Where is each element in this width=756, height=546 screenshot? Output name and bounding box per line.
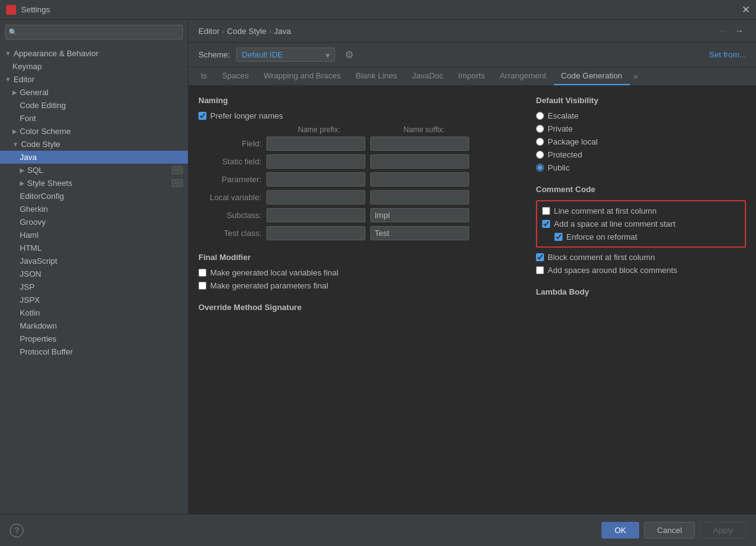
apply-button[interactable]: Apply: [700, 522, 746, 539]
sidebar-item-javascript[interactable]: JavaScript: [0, 254, 188, 267]
static-field-prefix-input[interactable]: [266, 154, 365, 169]
breadcrumb-sep2: ›: [269, 27, 271, 36]
sidebar-item-font[interactable]: Font: [0, 112, 188, 125]
naming-title: Naming: [198, 96, 516, 105]
sidebar-item-groovy[interactable]: Groovy: [0, 216, 188, 229]
enforce-on-reformat-checkbox[interactable]: [554, 233, 563, 241]
tabs-more-button[interactable]: »: [630, 69, 642, 83]
sidebar-item-sql[interactable]: ▶ SQL ⋯: [0, 164, 188, 177]
static-field-suffix-input[interactable]: [370, 154, 469, 169]
subclass-prefix-input[interactable]: [266, 208, 365, 222]
make-params-final-label: Make generated parameters final: [210, 281, 328, 290]
sidebar-item-json[interactable]: JSON: [0, 267, 188, 280]
sidebar-item-label: Font: [20, 114, 36, 123]
tab-blank-lines[interactable]: Blank Lines: [348, 67, 404, 85]
sidebar-item-label: Kotlin: [20, 308, 40, 317]
sql-options-button[interactable]: ⋯: [172, 166, 183, 174]
sidebar-item-jspx[interactable]: JSPX: [0, 293, 188, 306]
sidebar-item-editor[interactable]: ▼ Editor: [0, 73, 188, 86]
block-comment-first-col-checkbox[interactable]: [536, 253, 544, 261]
tab-spaces[interactable]: Spaces: [214, 67, 256, 85]
tab-ts[interactable]: ts: [193, 67, 214, 85]
package-local-label: Package local: [548, 137, 598, 146]
panel: Naming Prefer longer names Name prefix: …: [189, 86, 756, 514]
field-prefix-input[interactable]: [266, 136, 365, 151]
field-row-test-class: Test class:: [198, 226, 516, 240]
local-variable-label: Local variable:: [198, 193, 266, 202]
sidebar-item-protocol-buffer[interactable]: Protocol Buffer: [0, 345, 188, 358]
comment-code-title: Comment Code: [536, 185, 746, 194]
local-variable-prefix-input[interactable]: [266, 190, 365, 204]
sidebar-item-gherkin[interactable]: Gherkin: [0, 203, 188, 216]
sidebar-item-code-editing[interactable]: Code Editing: [0, 99, 188, 112]
prefer-longer-names-checkbox[interactable]: [198, 112, 206, 120]
set-from-link[interactable]: Set from...: [709, 50, 746, 59]
add-spaces-block-checkbox[interactable]: [536, 266, 544, 274]
private-radio[interactable]: [536, 125, 544, 133]
search-input[interactable]: [5, 25, 183, 40]
escalate-radio[interactable]: [536, 112, 544, 120]
sidebar-item-keymap[interactable]: Keymap: [0, 60, 188, 73]
tab-javadoc[interactable]: JavaDoc: [405, 67, 451, 85]
sidebar-tree: ▼ Appearance & Behavior Keymap ▼ Editor …: [0, 44, 188, 514]
make-local-final-checkbox[interactable]: [198, 269, 206, 277]
prefer-longer-names-label: Prefer longer names: [210, 111, 283, 120]
parameter-prefix-input[interactable]: [266, 172, 365, 187]
line-comment-first-col: Line comment at first column: [542, 206, 740, 216]
scheme-select[interactable]: Default IDE: [236, 48, 335, 62]
parameter-suffix-input[interactable]: [370, 172, 469, 187]
panel-left: Naming Prefer longer names Name prefix: …: [198, 96, 516, 504]
search-box: 🔍: [5, 25, 183, 40]
style-sheets-options-button[interactable]: ⋯: [172, 179, 183, 187]
sidebar-item-properties[interactable]: Properties: [0, 332, 188, 345]
forward-button[interactable]: →: [733, 25, 746, 37]
package-local-radio[interactable]: [536, 138, 544, 146]
sidebar-item-html[interactable]: HTML: [0, 242, 188, 254]
test-class-prefix-input[interactable]: [266, 226, 365, 240]
line-comment-first-col-checkbox[interactable]: [542, 207, 550, 215]
sidebar-item-java[interactable]: Java: [0, 151, 188, 164]
sidebar-item-label: Code Style: [21, 140, 61, 149]
sidebar-item-markdown[interactable]: Markdown: [0, 319, 188, 332]
sidebar-item-style-sheets[interactable]: ▶ Style Sheets ⋯: [0, 177, 188, 190]
dialog-body: 🔍 ▼ Appearance & Behavior Keymap ▼ Edito…: [0, 20, 756, 514]
sidebar-item-label: HTML: [20, 243, 41, 253]
tab-imports[interactable]: Imports: [451, 67, 492, 85]
field-label: Field:: [198, 139, 266, 148]
sidebar-item-kotlin[interactable]: Kotlin: [0, 306, 188, 319]
comment-box: Line comment at first column Add a space…: [536, 200, 746, 248]
sidebar-item-code-style[interactable]: ▼ Code Style: [0, 138, 188, 151]
ok-button[interactable]: OK: [601, 522, 639, 539]
sidebar-item-general[interactable]: ▶ General: [0, 86, 188, 99]
expand-icon: ▶: [20, 180, 25, 187]
sidebar-item-label: JSON: [20, 269, 41, 279]
add-spaces-block-label: Add spaces around block comments: [548, 266, 677, 275]
sidebar-item-editorconfig[interactable]: EditorConfig: [0, 190, 188, 203]
gear-button[interactable]: ⚙: [341, 48, 357, 62]
sidebar-item-appearance[interactable]: ▼ Appearance & Behavior: [0, 47, 188, 60]
public-radio[interactable]: [536, 164, 544, 172]
search-icon: 🔍: [9, 28, 17, 36]
close-button[interactable]: ✕: [742, 4, 750, 15]
protected-radio[interactable]: [536, 151, 544, 159]
subclass-suffix-input[interactable]: [370, 208, 469, 222]
sidebar: 🔍 ▼ Appearance & Behavior Keymap ▼ Edito…: [0, 20, 189, 514]
sidebar-item-haml[interactable]: Haml: [0, 229, 188, 242]
tab-code-generation[interactable]: Code Generation: [554, 67, 630, 85]
field-suffix-input[interactable]: [370, 136, 469, 151]
sidebar-item-jsp[interactable]: JSP: [0, 280, 188, 293]
back-button[interactable]: ←: [716, 25, 730, 37]
add-space-line-comment-checkbox[interactable]: [542, 220, 550, 228]
local-variable-suffix-input[interactable]: [370, 190, 469, 204]
make-params-final-checkbox[interactable]: [198, 282, 206, 290]
test-class-suffix-input[interactable]: [370, 226, 469, 240]
make-local-final-label: Make generated local variables final: [210, 268, 338, 277]
help-button[interactable]: ?: [10, 524, 23, 537]
sidebar-item-color-scheme[interactable]: ▶ Color Scheme: [0, 125, 188, 138]
settings-dialog: Settings ✕ 🔍 ▼ Appearance & Behavior Key…: [0, 0, 756, 546]
prefer-longer-names-row: Prefer longer names: [198, 111, 516, 120]
tab-wrapping[interactable]: Wrapping and Braces: [257, 67, 349, 85]
sidebar-item-label: Markdown: [20, 321, 57, 330]
tab-arrangement[interactable]: Arrangement: [492, 67, 553, 85]
cancel-button[interactable]: Cancel: [644, 522, 695, 539]
